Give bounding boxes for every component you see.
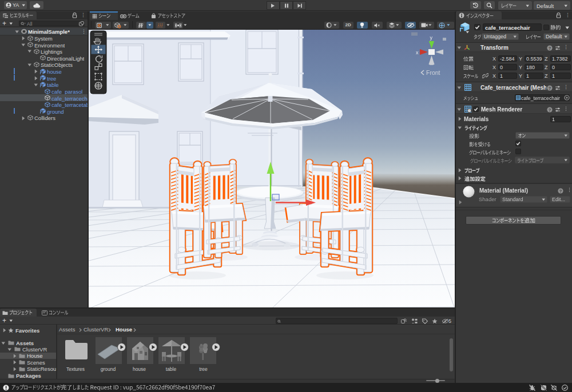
svg-text:?: ? bbox=[549, 46, 551, 51]
svg-text:y: y bbox=[430, 35, 433, 41]
svg-text:?: ? bbox=[549, 86, 551, 91]
svg-text:x: x bbox=[416, 50, 419, 55]
svg-text:?: ? bbox=[559, 189, 562, 194]
svg-text:Front: Front bbox=[426, 69, 440, 76]
svg-text:?: ? bbox=[549, 107, 551, 113]
